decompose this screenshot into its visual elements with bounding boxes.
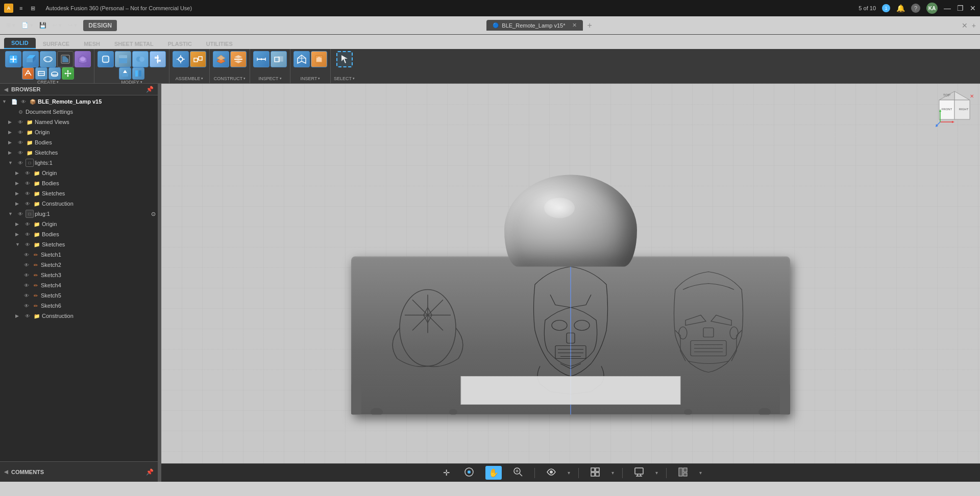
tree-eye-sketch6[interactable]: 👁 <box>22 302 31 310</box>
tab-solid[interactable]: SOLID <box>4 38 36 49</box>
tree-sketch3[interactable]: 👁 ✏ Sketch3 <box>0 270 158 280</box>
tree-named-views[interactable]: ▶ 👁 📁 Named Views <box>0 117 158 127</box>
shell-button[interactable] <box>115 51 131 67</box>
tab-utilities[interactable]: UTILITIES <box>199 39 240 49</box>
revolve-button[interactable] <box>40 51 56 67</box>
grid-dropdown-arrow[interactable]: ▾ <box>611 470 614 476</box>
tree-eye-sketch3[interactable]: 👁 <box>22 271 31 279</box>
tree-eye-lights-origin[interactable]: 👁 <box>23 169 32 177</box>
add-tab-button[interactable]: + <box>587 21 592 30</box>
app-menu-hamburger[interactable]: ⊞ <box>29 4 37 13</box>
joint-button[interactable] <box>173 51 189 67</box>
tree-sketch2[interactable]: 👁 ✏ Sketch2 <box>0 260 158 270</box>
move-button[interactable] <box>62 67 74 80</box>
tree-eye-named-views[interactable]: 👁 <box>16 118 24 126</box>
file-tab[interactable]: 🔵 BLE_Remote_Lamp v15* ✕ <box>486 20 583 31</box>
comments-pin-icon[interactable]: 📌 <box>146 468 154 476</box>
tab-sheet-metal[interactable]: SHEET METAL <box>107 39 161 49</box>
tree-eye-lights-sketches[interactable]: 👁 <box>23 189 32 197</box>
sheet-metal-button[interactable] <box>35 67 47 80</box>
tree-eye-plug[interactable]: 👁 <box>16 210 24 218</box>
select-tool-button[interactable] <box>336 51 353 67</box>
create-form-button[interactable] <box>75 51 91 67</box>
visual-style-button[interactable] <box>675 465 691 481</box>
orbit-tool-button[interactable] <box>461 465 477 481</box>
press-pull-button[interactable] <box>119 67 131 80</box>
tree-eye-root[interactable]: 👁 <box>19 97 28 106</box>
tree-eye-sketch5[interactable]: 👁 <box>22 291 31 300</box>
tree-eye-lights-construction[interactable]: 👁 <box>23 200 32 208</box>
app-menu-file[interactable]: ≡ <box>17 4 24 12</box>
maximize-button[interactable]: ❐ <box>957 4 964 12</box>
file-menu-button[interactable]: 📄 ▾ <box>19 21 35 30</box>
tree-lights-sketches[interactable]: ▶ 👁 📁 Sketches <box>0 188 158 199</box>
tab-plastic[interactable]: PLASTIC <box>161 39 199 49</box>
tree-eye-sketch2[interactable]: 👁 <box>22 261 31 269</box>
tree-eye-plug-construction[interactable]: 👁 <box>23 312 32 320</box>
comments-collapse-icon[interactable]: ◀ <box>4 469 8 475</box>
sketch-button[interactable] <box>22 67 34 80</box>
tree-lights-construction[interactable]: ▶ 👁 📁 Construction <box>0 199 158 209</box>
undo-button[interactable]: ↩ ▾ <box>51 21 64 30</box>
extrude-button[interactable] <box>22 51 39 67</box>
as-built-joint-button[interactable] <box>190 51 206 67</box>
insert-mesh-button[interactable] <box>293 51 310 67</box>
redo-button[interactable]: ↪ ▾ <box>66 21 79 30</box>
tree-sketch6[interactable]: 👁 ✏ Sketch6 <box>0 301 158 311</box>
tree-bodies[interactable]: ▶ 👁 📁 Bodies <box>0 137 158 147</box>
tree-eye-plug-sketches[interactable]: 👁 <box>23 240 32 249</box>
tree-eye-sketches[interactable]: 👁 <box>16 148 24 157</box>
display-settings-button[interactable] <box>631 465 647 481</box>
close-button[interactable]: ✕ <box>970 4 976 12</box>
navigation-cube[interactable]: TOP FRONT RIGHT ✕ <box>934 89 975 130</box>
tree-lights-component[interactable]: ▼ 👁 □ lights:1 <box>0 158 158 168</box>
decal-button[interactable] <box>311 51 327 67</box>
help-icon[interactable]: ? <box>911 4 920 13</box>
tab-mesh[interactable]: MESH <box>77 39 107 49</box>
interference-button[interactable] <box>271 51 287 67</box>
tree-plug-construction[interactable]: ▶ 👁 📁 Construction <box>0 311 158 321</box>
tree-eye-lights-bodies[interactable]: 👁 <box>23 179 32 187</box>
display-dropdown-arrow[interactable]: ▾ <box>655 470 658 476</box>
tree-eye-plug-origin[interactable]: 👁 <box>23 220 32 228</box>
tab-surface[interactable]: SURFACE <box>36 39 77 49</box>
offset-plane-button[interactable] <box>213 51 229 67</box>
viewport[interactable]: TOP FRONT RIGHT ✕ ✛ <box>161 84 980 482</box>
grid-display-button[interactable] <box>587 465 603 481</box>
minimize-button[interactable]: — <box>944 4 951 12</box>
tree-sketch1[interactable]: 👁 ✏ Sketch1 <box>0 250 158 260</box>
pipe-button[interactable] <box>48 67 61 80</box>
close-file-icon[interactable]: ✕ <box>962 21 968 30</box>
tree-eye-origin[interactable]: 👁 <box>16 128 24 136</box>
save-button[interactable]: 💾 <box>37 21 48 30</box>
view-dropdown-arrow[interactable]: ▾ <box>568 470 570 476</box>
tree-plug-origin[interactable]: ▶ 👁 📁 Origin <box>0 219 158 229</box>
hand-tool-button[interactable]: ✋ <box>485 466 502 480</box>
user-avatar[interactable]: KA <box>926 3 938 14</box>
combine-button[interactable] <box>132 51 149 67</box>
grid-menu-button[interactable]: ⊞ ▾ <box>4 21 17 30</box>
move-tool-button[interactable]: ✛ <box>440 466 453 480</box>
add-file-icon[interactable]: + <box>972 21 976 30</box>
tree-origin[interactable]: ▶ 👁 📁 Origin <box>0 127 158 137</box>
visual-dropdown-arrow[interactable]: ▾ <box>699 470 702 476</box>
split-body-button[interactable] <box>132 67 144 80</box>
tree-sketches[interactable]: ▶ 👁 📁 Sketches <box>0 147 158 158</box>
measure-button[interactable] <box>253 51 270 67</box>
notification-icon[interactable]: 🔔 <box>896 4 905 12</box>
design-mode-button[interactable]: DESIGN <box>83 20 117 31</box>
tree-doc-settings[interactable]: ⚙ Document Settings <box>0 107 158 117</box>
boundary-fill-button[interactable] <box>57 51 74 67</box>
tree-sketch5[interactable]: 👁 ✏ Sketch5 <box>0 290 158 301</box>
tree-lights-bodies[interactable]: ▶ 👁 📁 Bodies <box>0 178 158 188</box>
tree-plug-sketches[interactable]: ▼ 👁 📁 Sketches <box>0 239 158 250</box>
tree-eye-plug-bodies[interactable]: 👁 <box>23 230 32 238</box>
tree-root[interactable]: ▼ 📄 👁 📦 BLE_Remote_Lamp v15 <box>0 96 158 107</box>
align-button[interactable] <box>150 51 166 67</box>
browser-pin-icon[interactable]: 📌 <box>146 86 154 93</box>
browser-collapse-icon[interactable]: ◀ <box>4 87 8 92</box>
tree-lights-origin[interactable]: ▶ 👁 📁 Origin <box>0 168 158 178</box>
view-tool-button[interactable] <box>543 465 559 481</box>
tree-eye-lights[interactable]: 👁 <box>16 159 24 167</box>
add-file-tab[interactable]: ✕ <box>572 22 577 29</box>
